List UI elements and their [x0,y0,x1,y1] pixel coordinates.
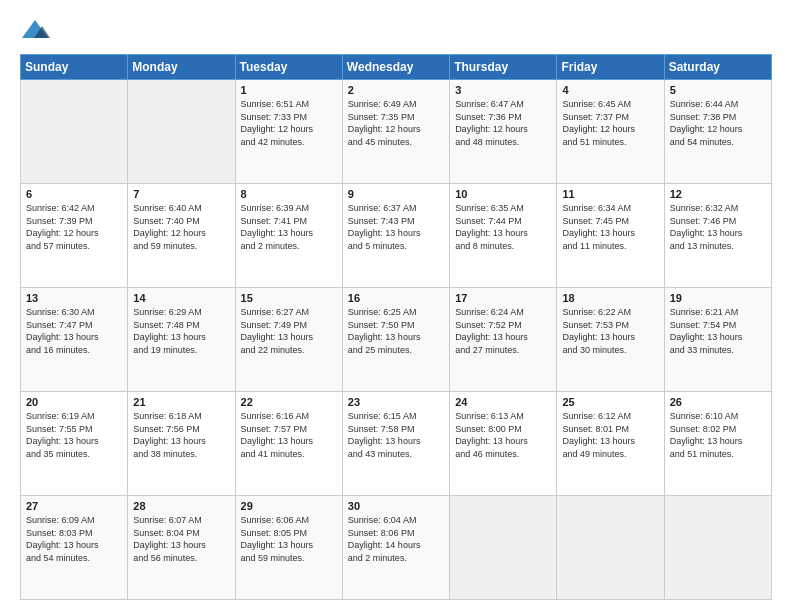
calendar-cell: 24Sunrise: 6:13 AM Sunset: 8:00 PM Dayli… [450,392,557,496]
day-info: Sunrise: 6:04 AM Sunset: 8:06 PM Dayligh… [348,514,444,564]
day-number: 2 [348,84,444,96]
calendar-cell: 1Sunrise: 6:51 AM Sunset: 7:33 PM Daylig… [235,80,342,184]
day-info: Sunrise: 6:21 AM Sunset: 7:54 PM Dayligh… [670,306,766,356]
calendar-cell: 23Sunrise: 6:15 AM Sunset: 7:58 PM Dayli… [342,392,449,496]
page-header [20,16,772,46]
day-info: Sunrise: 6:25 AM Sunset: 7:50 PM Dayligh… [348,306,444,356]
day-info: Sunrise: 6:15 AM Sunset: 7:58 PM Dayligh… [348,410,444,460]
logo-icon [20,16,50,46]
day-info: Sunrise: 6:13 AM Sunset: 8:00 PM Dayligh… [455,410,551,460]
day-info: Sunrise: 6:37 AM Sunset: 7:43 PM Dayligh… [348,202,444,252]
calendar-cell: 17Sunrise: 6:24 AM Sunset: 7:52 PM Dayli… [450,288,557,392]
calendar: SundayMondayTuesdayWednesdayThursdayFrid… [20,54,772,600]
day-info: Sunrise: 6:44 AM Sunset: 7:38 PM Dayligh… [670,98,766,148]
calendar-week-row: 6Sunrise: 6:42 AM Sunset: 7:39 PM Daylig… [21,184,772,288]
day-info: Sunrise: 6:09 AM Sunset: 8:03 PM Dayligh… [26,514,122,564]
day-number: 8 [241,188,337,200]
day-number: 14 [133,292,229,304]
calendar-cell: 5Sunrise: 6:44 AM Sunset: 7:38 PM Daylig… [664,80,771,184]
day-info: Sunrise: 6:29 AM Sunset: 7:48 PM Dayligh… [133,306,229,356]
day-info: Sunrise: 6:32 AM Sunset: 7:46 PM Dayligh… [670,202,766,252]
calendar-cell: 25Sunrise: 6:12 AM Sunset: 8:01 PM Dayli… [557,392,664,496]
day-number: 16 [348,292,444,304]
day-number: 24 [455,396,551,408]
day-of-week-header: Thursday [450,55,557,80]
day-info: Sunrise: 6:49 AM Sunset: 7:35 PM Dayligh… [348,98,444,148]
calendar-week-row: 13Sunrise: 6:30 AM Sunset: 7:47 PM Dayli… [21,288,772,392]
calendar-cell [664,496,771,600]
day-number: 21 [133,396,229,408]
calendar-week-row: 27Sunrise: 6:09 AM Sunset: 8:03 PM Dayli… [21,496,772,600]
calendar-cell: 9Sunrise: 6:37 AM Sunset: 7:43 PM Daylig… [342,184,449,288]
day-of-week-header: Sunday [21,55,128,80]
day-number: 10 [455,188,551,200]
calendar-cell: 16Sunrise: 6:25 AM Sunset: 7:50 PM Dayli… [342,288,449,392]
day-info: Sunrise: 6:18 AM Sunset: 7:56 PM Dayligh… [133,410,229,460]
day-number: 11 [562,188,658,200]
calendar-week-row: 1Sunrise: 6:51 AM Sunset: 7:33 PM Daylig… [21,80,772,184]
calendar-cell: 22Sunrise: 6:16 AM Sunset: 7:57 PM Dayli… [235,392,342,496]
day-number: 30 [348,500,444,512]
day-number: 4 [562,84,658,96]
calendar-cell: 28Sunrise: 6:07 AM Sunset: 8:04 PM Dayli… [128,496,235,600]
day-number: 9 [348,188,444,200]
calendar-cell [21,80,128,184]
day-number: 13 [26,292,122,304]
calendar-week-row: 20Sunrise: 6:19 AM Sunset: 7:55 PM Dayli… [21,392,772,496]
day-info: Sunrise: 6:24 AM Sunset: 7:52 PM Dayligh… [455,306,551,356]
day-number: 18 [562,292,658,304]
calendar-cell: 27Sunrise: 6:09 AM Sunset: 8:03 PM Dayli… [21,496,128,600]
day-number: 3 [455,84,551,96]
calendar-cell: 26Sunrise: 6:10 AM Sunset: 8:02 PM Dayli… [664,392,771,496]
day-number: 27 [26,500,122,512]
day-info: Sunrise: 6:42 AM Sunset: 7:39 PM Dayligh… [26,202,122,252]
day-number: 19 [670,292,766,304]
calendar-cell: 6Sunrise: 6:42 AM Sunset: 7:39 PM Daylig… [21,184,128,288]
calendar-cell: 2Sunrise: 6:49 AM Sunset: 7:35 PM Daylig… [342,80,449,184]
day-number: 22 [241,396,337,408]
calendar-cell: 8Sunrise: 6:39 AM Sunset: 7:41 PM Daylig… [235,184,342,288]
day-number: 15 [241,292,337,304]
day-number: 6 [26,188,122,200]
day-info: Sunrise: 6:47 AM Sunset: 7:36 PM Dayligh… [455,98,551,148]
calendar-cell: 29Sunrise: 6:06 AM Sunset: 8:05 PM Dayli… [235,496,342,600]
day-info: Sunrise: 6:06 AM Sunset: 8:05 PM Dayligh… [241,514,337,564]
day-number: 5 [670,84,766,96]
day-info: Sunrise: 6:27 AM Sunset: 7:49 PM Dayligh… [241,306,337,356]
day-info: Sunrise: 6:19 AM Sunset: 7:55 PM Dayligh… [26,410,122,460]
day-number: 29 [241,500,337,512]
day-of-week-header: Friday [557,55,664,80]
day-of-week-header: Monday [128,55,235,80]
calendar-cell: 30Sunrise: 6:04 AM Sunset: 8:06 PM Dayli… [342,496,449,600]
day-of-week-header: Tuesday [235,55,342,80]
day-of-week-header: Wednesday [342,55,449,80]
day-info: Sunrise: 6:51 AM Sunset: 7:33 PM Dayligh… [241,98,337,148]
calendar-cell: 3Sunrise: 6:47 AM Sunset: 7:36 PM Daylig… [450,80,557,184]
day-info: Sunrise: 6:45 AM Sunset: 7:37 PM Dayligh… [562,98,658,148]
calendar-cell: 13Sunrise: 6:30 AM Sunset: 7:47 PM Dayli… [21,288,128,392]
calendar-cell: 18Sunrise: 6:22 AM Sunset: 7:53 PM Dayli… [557,288,664,392]
calendar-cell [450,496,557,600]
calendar-cell: 4Sunrise: 6:45 AM Sunset: 7:37 PM Daylig… [557,80,664,184]
calendar-body: 1Sunrise: 6:51 AM Sunset: 7:33 PM Daylig… [21,80,772,600]
day-info: Sunrise: 6:07 AM Sunset: 8:04 PM Dayligh… [133,514,229,564]
calendar-cell [128,80,235,184]
day-number: 20 [26,396,122,408]
calendar-cell: 19Sunrise: 6:21 AM Sunset: 7:54 PM Dayli… [664,288,771,392]
day-number: 23 [348,396,444,408]
day-info: Sunrise: 6:40 AM Sunset: 7:40 PM Dayligh… [133,202,229,252]
day-info: Sunrise: 6:34 AM Sunset: 7:45 PM Dayligh… [562,202,658,252]
calendar-cell: 11Sunrise: 6:34 AM Sunset: 7:45 PM Dayli… [557,184,664,288]
calendar-cell: 7Sunrise: 6:40 AM Sunset: 7:40 PM Daylig… [128,184,235,288]
day-number: 26 [670,396,766,408]
day-number: 1 [241,84,337,96]
day-number: 12 [670,188,766,200]
calendar-cell [557,496,664,600]
day-info: Sunrise: 6:12 AM Sunset: 8:01 PM Dayligh… [562,410,658,460]
calendar-cell: 15Sunrise: 6:27 AM Sunset: 7:49 PM Dayli… [235,288,342,392]
day-info: Sunrise: 6:22 AM Sunset: 7:53 PM Dayligh… [562,306,658,356]
day-info: Sunrise: 6:35 AM Sunset: 7:44 PM Dayligh… [455,202,551,252]
day-info: Sunrise: 6:16 AM Sunset: 7:57 PM Dayligh… [241,410,337,460]
day-number: 17 [455,292,551,304]
day-info: Sunrise: 6:39 AM Sunset: 7:41 PM Dayligh… [241,202,337,252]
